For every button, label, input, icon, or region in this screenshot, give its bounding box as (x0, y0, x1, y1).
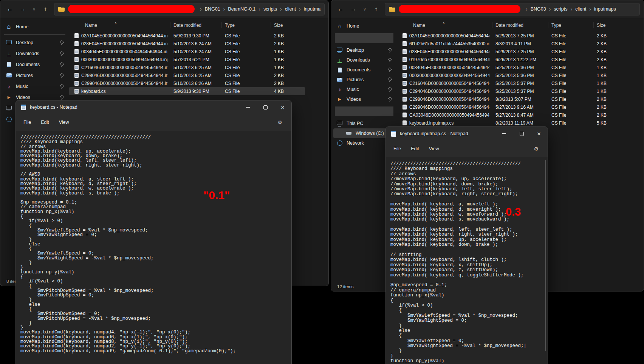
file-row[interactable]: C299046D000000000000504944564944.inp... … (69, 79, 305, 87)
pin-icon (388, 68, 392, 72)
sidebar-item[interactable]: Documents (333, 65, 395, 75)
back-button[interactable]: ← (335, 3, 346, 15)
file-row[interactable]: keyboard.inputmap.cs 8/2/2013 11:19 AM C… (397, 119, 632, 127)
menu-item[interactable]: File (389, 144, 406, 154)
file-row[interactable]: C298046D000000000000504944564944.inp... … (69, 71, 305, 79)
sidebar-item[interactable]: Videos (333, 94, 395, 104)
breadcrumb-item[interactable]: BNG01 (204, 6, 221, 12)
menu-item[interactable]: View (424, 144, 444, 154)
code-line: //moveMap.bind(keyboard, up, accelerate)… (390, 177, 545, 182)
forward-button[interactable]: → (348, 3, 359, 15)
sidebar-item[interactable]: Downloads (333, 55, 395, 65)
titlebar[interactable]: keyboard.cs - Notepad (16, 100, 291, 114)
file-row[interactable]: 0034045E000000000000504944564944.inp... … (69, 48, 305, 56)
file-icon (402, 41, 407, 46)
file-row[interactable]: 0034045E000000000000504944564944.inp... … (397, 63, 632, 71)
scrollbar[interactable] (545, 160, 546, 351)
breadcrumb-item[interactable]: BNG03 (529, 6, 547, 12)
close-button[interactable] (274, 100, 291, 114)
file-date-modified: 5/10/2013 6:26 AM (170, 81, 222, 86)
sidebar-item-icon (336, 96, 343, 103)
file-name: keyboard.inputmap.cs (409, 120, 454, 126)
sidebar-item[interactable]: Music (3, 81, 67, 92)
recent-locations-chevron-icon[interactable]: ∨ (30, 3, 38, 15)
address-bar[interactable]: › BNG03 › scripts › client › inputmaps (385, 3, 640, 15)
up-button[interactable]: ↑ (370, 3, 382, 15)
maximize-button[interactable] (257, 100, 274, 114)
up-button[interactable]: ↑ (40, 3, 51, 15)
column-header-type[interactable]: Type (548, 22, 594, 28)
file-type: CS File (222, 73, 271, 78)
settings-gear-icon[interactable]: ⚙ (534, 146, 545, 152)
close-button[interactable] (530, 127, 548, 140)
minimize-button[interactable] (495, 127, 513, 140)
file-row[interactable]: 028E045E000000000000504944564944.inp... … (69, 40, 305, 48)
text-editor[interactable]: ////////////////////////////////////////… (16, 131, 291, 364)
file-row[interactable]: CA03046D000000000000504944564944.in... 5… (397, 111, 632, 119)
sidebar-item[interactable]: Music (333, 85, 395, 94)
column-header-date[interactable]: Date modified (170, 22, 222, 28)
menu-item[interactable]: File (19, 117, 36, 127)
column-header-size[interactable]: Size (271, 22, 305, 28)
sidebar-item[interactable]: Desktop (3, 37, 67, 48)
code-line: moveMap.bind( keyboard, w, moveforward )… (390, 212, 545, 217)
file-row[interactable]: 01970eb7000000000000504944564944.inp... … (397, 56, 632, 63)
column-header-date[interactable]: Date modified (492, 22, 548, 28)
minimize-button[interactable] (239, 100, 257, 114)
text-editor[interactable]: ////////////////////////////////////////… (386, 157, 548, 364)
column-header-type[interactable]: Type (222, 22, 271, 28)
breadcrumb-item[interactable]: scripts (262, 6, 278, 12)
recent-locations-chevron-icon[interactable]: ∨ (361, 3, 369, 15)
breadcrumb-item[interactable]: client (284, 6, 297, 12)
menu-item[interactable]: Edit (406, 144, 424, 154)
sidebar-item[interactable] (335, 106, 393, 116)
settings-gear-icon[interactable]: ⚙ (277, 119, 288, 125)
breadcrumb-item[interactable]: inputmaps (303, 6, 320, 12)
sidebar-item[interactable]: Pictures (3, 70, 67, 81)
file-row[interactable]: C216046D000000000000504944564944.inp... … (69, 63, 305, 71)
file-row[interactable]: 028E045E000000000000504944564944.inp... … (397, 48, 632, 56)
sidebar-item[interactable]: Pictures (333, 75, 395, 85)
sidebar-item[interactable]: This PC (333, 119, 395, 128)
menu-item[interactable]: View (54, 117, 74, 127)
address-bar[interactable]: › BNG01 › BeamNG-0.1 › scripts › client … (54, 3, 325, 15)
file-row[interactable]: 00030000000000000000504944564944.inp... … (69, 56, 305, 63)
titlebar[interactable]: keyboard.inputmap.cs - Notepad (386, 127, 548, 140)
code-line: if(%val > 0) (390, 303, 545, 308)
column-header-size[interactable]: Size (594, 22, 632, 28)
file-size: 2 KB (594, 33, 632, 39)
sidebar-item[interactable]: Documents (3, 59, 67, 70)
explorer-toolbar: ← → ∨ ↑ › BNG01 › BeamNG-0.1 › scripts › (0, 0, 328, 18)
file-row[interactable]: C298046D000000000000504944564944.inp... … (397, 95, 632, 103)
file-row[interactable]: C299046D000000000000504944564944.inp... … (397, 103, 632, 111)
breadcrumb-item[interactable]: BeamNG-0.1 (227, 6, 257, 12)
file-name: C294046D000000000000504944564944.inp... (409, 89, 489, 94)
file-size: 2 KB (271, 41, 305, 46)
file-row[interactable]: 00030000000000000000504944564944.inp... … (397, 71, 632, 79)
column-header-name[interactable]: Name ∧ (397, 22, 492, 28)
file-row[interactable]: 02A1045E000000000000504944564944.inp... … (397, 32, 632, 40)
sidebar-item[interactable]: Desktop (333, 45, 395, 55)
maximize-button[interactable] (513, 127, 530, 140)
back-button[interactable]: ← (4, 3, 15, 15)
sidebar-item[interactable]: Downloads (3, 48, 67, 59)
column-header-name[interactable]: Name ∧ (69, 22, 170, 28)
sidebar-item[interactable] (4, 34, 65, 35)
file-row[interactable]: C294046D000000000000504944564944.inp... … (397, 87, 632, 95)
breadcrumb-item[interactable]: scripts (553, 6, 568, 12)
file-row[interactable]: 6f1d2b61d5a011cfbfc7444553540000.inpu...… (397, 40, 632, 48)
forward-button[interactable]: → (17, 3, 28, 15)
breadcrumb-item[interactable]: client (574, 6, 587, 12)
sidebar-item[interactable]: Home (3, 21, 67, 32)
sidebar-item-label: Videos (16, 95, 56, 100)
breadcrumb-item[interactable]: inputmaps (593, 6, 617, 12)
file-row[interactable]: keyboard.cs 5/9/2013 9:30 PM CS File 4 K… (69, 87, 305, 95)
file-row[interactable]: C216046D000000000000504944564944.inp... … (397, 79, 632, 87)
sidebar-item[interactable]: Home (333, 21, 395, 31)
file-icon (402, 65, 407, 70)
sidebar-item[interactable] (335, 33, 393, 43)
sidebar-item-icon (6, 72, 12, 79)
file-row[interactable]: 02A1045E000000000000504944564944.inp... … (69, 32, 305, 40)
menu-item[interactable]: Edit (36, 117, 54, 127)
code-line: if(%val > 0) (20, 219, 289, 223)
